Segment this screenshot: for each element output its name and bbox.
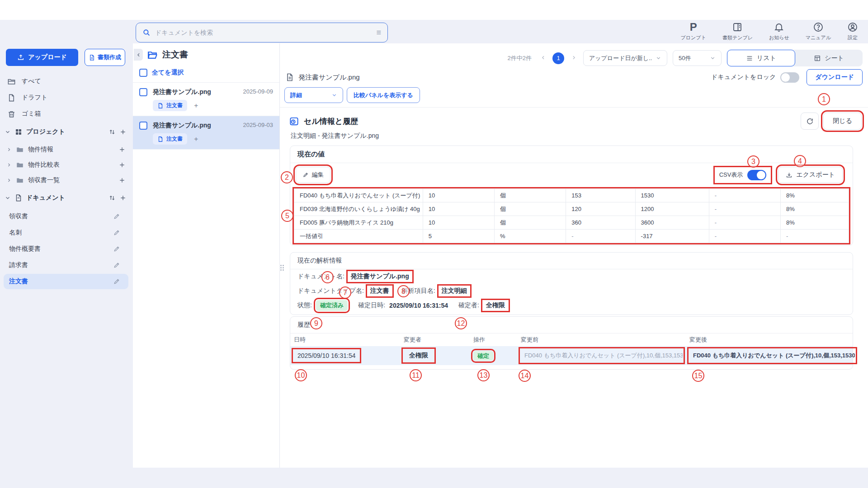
csv-label: CSV表示 [719, 171, 743, 179]
csv-toggle-group: CSV表示 [716, 168, 770, 182]
template-icon [732, 22, 743, 33]
view-switch: リスト シート [727, 50, 863, 66]
edit-pencil-icon[interactable] [113, 213, 120, 220]
add-tag-icon[interactable]: ＋ [193, 101, 199, 110]
csv-toggle[interactable] [747, 170, 766, 180]
sidebar-item-trash[interactable]: ゴミ箱 [0, 106, 133, 122]
topnav-prompt[interactable]: P プロンプト [681, 22, 706, 41]
list-item-selected[interactable]: 発注書サンプル.png 2025-09-03 注文書 ＋ [133, 116, 279, 150]
search-filter-icon[interactable]: ≡ [376, 28, 381, 38]
search-input[interactable] [155, 29, 372, 36]
current-values-card: 現在の値 編集 CSV表示 エクスポート FD040 もち巾着入りおでんセット … [290, 145, 853, 246]
doc-type-value: 注文書 [368, 286, 392, 296]
detail-dropdown[interactable]: 詳細 [284, 87, 343, 103]
table-row: FD039 北海道野付のいくらしょうゆ漬け 40g10個1201200-8% [294, 202, 849, 216]
close-button[interactable]: 閉じる [823, 113, 862, 130]
refresh-button[interactable] [801, 113, 819, 130]
analysis-info-card: 現在の解析情報 ドキュメント名: 発注書サンプル.png ドキュメントタイプ名:… [290, 252, 853, 315]
edit-pencil-icon[interactable] [113, 262, 120, 269]
sidebar-section-projects[interactable]: プロジェクト [0, 122, 133, 142]
current-page[interactable]: 1 [552, 52, 564, 64]
topnav-notifications[interactable]: お知らせ [769, 22, 789, 41]
page-size-dropdown[interactable]: 50件 [673, 50, 722, 66]
document-icon [157, 103, 164, 109]
annotation-10: 10 [295, 369, 307, 381]
chevron-down-icon[interactable] [5, 129, 11, 135]
tag-pill[interactable]: 注文書 [153, 100, 187, 111]
status-label: 状態: [297, 301, 312, 310]
sidebar-doc-bukken-gaiyosho[interactable]: 物件概要書 [0, 241, 128, 257]
lock-label: ドキュメントをロック [711, 73, 776, 81]
confirmed-at-value: 2025/09/10 16:31:54 [389, 302, 448, 309]
create-document-button[interactable]: 書類作成 [85, 49, 125, 66]
history-row: 2025/09/10 16:31:54 全権限 確定 FD040 もち巾着入りお… [290, 346, 853, 365]
chevron-right-icon[interactable] [6, 147, 12, 152]
sidebar-item-all[interactable]: すべて [0, 73, 133, 89]
sort-icon[interactable] [108, 128, 116, 136]
main-panel: 2件中2件 1 アップロード日が新し.. 50件 リスト シート 発注書サンプル… [280, 43, 868, 468]
chevron-left-icon [136, 52, 142, 58]
list-item[interactable]: 発注書サンプル.png 2025-09-09 注文書 ＋ [133, 83, 279, 116]
collapse-panel-button[interactable] [134, 49, 143, 61]
add-icon[interactable] [118, 177, 126, 184]
upload-button[interactable]: アップロード [6, 49, 78, 66]
result-count: 2件中2件 [508, 54, 532, 62]
add-icon[interactable] [119, 128, 127, 136]
view-sheet-button[interactable]: シート [795, 50, 863, 66]
export-button[interactable]: エクスポート [778, 167, 843, 183]
sidebar-doc-seikyusho[interactable]: 請求書 [0, 258, 128, 273]
chevron-right-icon[interactable] [6, 178, 12, 183]
history-col-after: 変更後 [689, 336, 849, 344]
history-after: FD040 もち巾着入りおでんセット (スープ付),10,個,153,1530,… [689, 349, 855, 362]
divider [280, 107, 868, 108]
add-icon[interactable] [119, 194, 127, 202]
edit-pencil-icon[interactable] [113, 229, 120, 236]
topnav-template[interactable]: 書類テンプレ [722, 22, 753, 41]
sidebar-doc-ryoshusho[interactable]: 領収書 [0, 209, 128, 224]
compare-panel-button[interactable]: 比較パネルを表示する [347, 87, 420, 103]
add-icon[interactable] [118, 146, 126, 153]
topnav-manual[interactable]: マニュアル [806, 22, 831, 41]
sidebar-section-documents[interactable]: ドキュメント [0, 188, 133, 208]
sort-icon[interactable] [108, 194, 116, 202]
sidebar-item-draft[interactable]: ドラフト [0, 89, 133, 106]
analysis-title: 現在の解析情報 [290, 253, 853, 269]
sidebar-doc-meishi[interactable]: 名刺 [0, 225, 128, 240]
edit-pencil-icon[interactable] [113, 278, 120, 285]
sidebar-doc-chumonsho[interactable]: 注文書 [4, 274, 128, 289]
folder-icon [7, 77, 16, 86]
topnav-settings[interactable]: 設定 [847, 22, 858, 41]
list-title: 注文書 [162, 49, 188, 61]
annotation-12: 12 [455, 317, 467, 329]
add-icon[interactable] [118, 161, 126, 169]
sidebar-project-bukken-joho[interactable]: 物件情報 [0, 142, 133, 157]
edit-pencil-icon[interactable] [113, 245, 120, 253]
annotation-3: 3 [747, 155, 760, 168]
sidebar-project-bukken-hikaku[interactable]: 物件比較表 [0, 157, 133, 173]
add-tag-icon[interactable]: ＋ [193, 135, 199, 143]
view-list-button[interactable]: リスト [727, 50, 795, 66]
tag-pill[interactable]: 注文書 [153, 133, 187, 145]
confirmer-label: 確定者: [458, 301, 479, 310]
select-all-row[interactable]: 全てを選択 [133, 65, 279, 83]
item-date: 2025-09-09 [243, 88, 274, 95]
edit-button[interactable]: 編集 [296, 167, 330, 183]
doc-name-label: ドキュメント名: [297, 272, 344, 281]
select-all-checkbox[interactable] [139, 69, 147, 77]
sidebar-project-ryoshusho-ichiran[interactable]: 領収書一覧 [0, 173, 133, 188]
item-checkbox[interactable] [139, 88, 147, 96]
parse-item-value: 注文明細 [439, 286, 469, 296]
drag-handle[interactable] [280, 265, 285, 271]
lock-toggle[interactable] [780, 72, 799, 83]
prev-page-button[interactable] [539, 55, 547, 62]
next-page-button[interactable] [570, 55, 578, 62]
download-button[interactable]: ダウンロード [807, 69, 863, 85]
item-checkbox[interactable] [139, 122, 147, 130]
sort-dropdown[interactable]: アップロード日が新し.. [583, 50, 667, 66]
cell-panel-subtitle: 注文明細 - 発注書サンプル.png [291, 132, 379, 140]
document-list-panel: 注文書 全てを選択 発注書サンプル.png 2025-09-09 注文書 ＋ 発… [133, 43, 280, 468]
chevron-right-icon[interactable] [6, 162, 12, 168]
search-bar[interactable]: ≡ [136, 23, 388, 42]
sidebar: アップロード 書類作成 すべて ドラフト ゴミ箱 プロジェクト 物件情報 [0, 43, 133, 488]
chevron-down-icon[interactable] [5, 195, 11, 201]
